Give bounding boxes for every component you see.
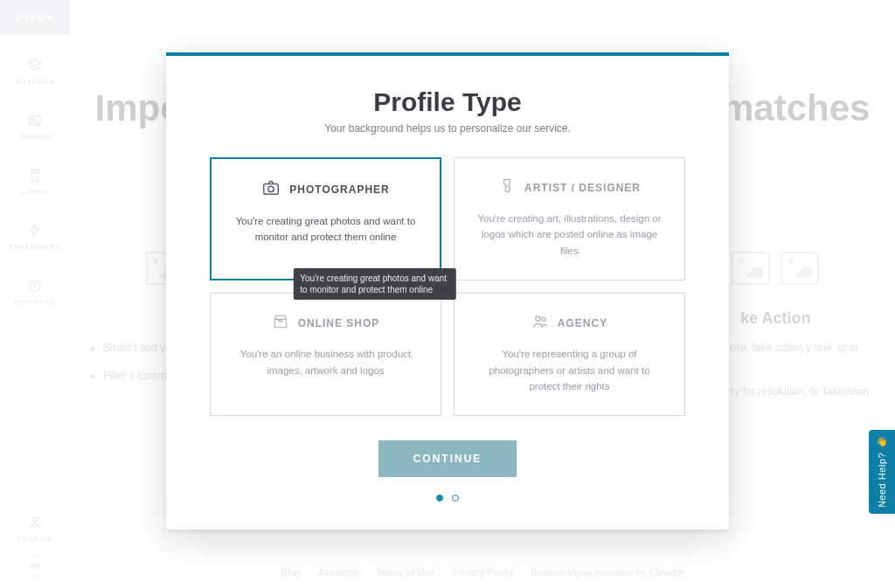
need-help-tab[interactable]: 👋 Need Help? bbox=[869, 430, 895, 514]
svg-point-5 bbox=[268, 186, 274, 191]
modal-subtitle: Your background helps us to personalize … bbox=[210, 122, 685, 135]
wave-icon: 👋 bbox=[876, 436, 888, 447]
tooltip: You're creating great photos and want to… bbox=[293, 268, 455, 300]
shop-icon bbox=[272, 313, 289, 334]
card-desc: You're representing a group of photograp… bbox=[470, 346, 669, 394]
camera-icon bbox=[261, 178, 281, 201]
step-dot-2[interactable] bbox=[452, 495, 459, 502]
users-icon bbox=[531, 313, 549, 334]
svg-point-6 bbox=[536, 316, 540, 321]
svg-point-7 bbox=[542, 318, 545, 322]
card-artist-designer[interactable]: ARTIST / DESIGNER You're creating art, i… bbox=[454, 157, 685, 280]
svg-rect-4 bbox=[264, 183, 279, 194]
card-desc: You're creating art, illustrations, desi… bbox=[470, 211, 669, 259]
card-title: ARTIST / DESIGNER bbox=[524, 182, 641, 194]
card-title: PHOTOGRAPHER bbox=[289, 183, 389, 196]
help-label: Need Help? bbox=[877, 453, 887, 508]
card-agency[interactable]: AGENCY You're representing a group of ph… bbox=[454, 293, 685, 416]
continue-button[interactable]: CONTINUE bbox=[378, 440, 517, 477]
step-indicator bbox=[210, 495, 685, 502]
card-desc: You're creating great photos and want to… bbox=[227, 213, 424, 246]
brush-icon bbox=[498, 177, 516, 198]
card-desc: You're an online business with product i… bbox=[226, 346, 425, 378]
card-online-shop[interactable]: ONLINE SHOP You're an online business wi… bbox=[210, 293, 441, 416]
profile-type-grid: PHOTOGRAPHER You're creating great photo… bbox=[210, 157, 685, 416]
profile-type-modal: Profile Type Your background helps us to… bbox=[166, 52, 729, 529]
step-dot-1[interactable] bbox=[436, 495, 443, 502]
card-title: ONLINE SHOP bbox=[298, 317, 380, 329]
modal-title: Profile Type bbox=[210, 87, 685, 117]
card-title: AGENCY bbox=[558, 317, 607, 329]
card-photographer[interactable]: PHOTOGRAPHER You're creating great photo… bbox=[210, 157, 441, 280]
